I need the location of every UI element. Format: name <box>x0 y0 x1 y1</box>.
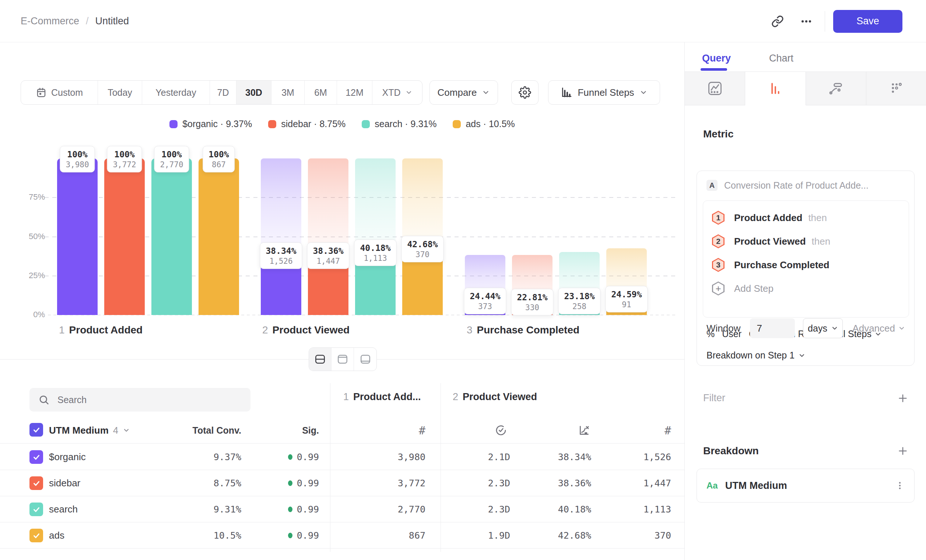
tooltip-count: 2,770 <box>160 160 183 170</box>
window-unit-dropdown[interactable]: days <box>803 318 843 338</box>
total-conv-header[interactable]: Total Conv. <box>177 417 241 443</box>
legend-item-sidebar[interactable]: sidebar · 8.75% <box>268 119 345 129</box>
bar-value-tooltip: 42.68%370 <box>401 236 443 262</box>
range-3m[interactable]: 3M <box>271 81 305 104</box>
range-xtd[interactable]: XTD <box>372 81 422 104</box>
table-search[interactable] <box>29 388 250 412</box>
bar-value-tooltip: 38.36%1,447 <box>307 242 349 269</box>
sig-value: 0.99 <box>258 522 319 549</box>
chevron-down-icon <box>898 325 905 332</box>
row-checkbox[interactable] <box>29 476 43 490</box>
range-label: 3M <box>281 87 294 98</box>
tooltip-count: 3,772 <box>113 160 136 170</box>
range-30d[interactable]: 30D <box>236 81 271 104</box>
range-7d[interactable]: 7D <box>210 81 236 104</box>
conversion-column-icon[interactable] <box>578 417 590 443</box>
tab-line-chart[interactable] <box>685 72 745 105</box>
row-checkbox[interactable] <box>29 450 43 464</box>
avg-time-column-icon[interactable] <box>495 417 507 443</box>
add-filter-button[interactable] <box>898 393 908 403</box>
range-12m[interactable]: 12M <box>337 81 372 104</box>
step-name: Purchase Completed <box>477 324 580 336</box>
significance-dot <box>288 533 292 538</box>
range-custom[interactable]: Custom <box>21 81 98 104</box>
step1-count-text: 2,770 <box>398 504 425 515</box>
view-toggle-table-only-view[interactable] <box>354 348 377 371</box>
window-value-input[interactable] <box>750 318 795 338</box>
range-yesterday[interactable]: Yesterday <box>142 81 210 104</box>
tab-chart[interactable]: Chart <box>769 53 793 64</box>
significance-dot <box>288 507 292 512</box>
step-then-label: then <box>808 212 827 224</box>
compare-button[interactable]: Compare <box>430 80 498 104</box>
more-menu-button[interactable] <box>796 11 817 32</box>
chart-settings-button[interactable] <box>511 80 539 104</box>
legend-item-organic[interactable]: $organic · 9.37% <box>169 119 252 129</box>
legend-item-ads[interactable]: ads · 10.5% <box>453 119 514 129</box>
funnel-bar-search-step1[interactable] <box>151 159 192 315</box>
tab-scatter-chart[interactable] <box>866 72 926 105</box>
advanced-dropdown[interactable]: Advanced <box>852 323 905 334</box>
tab-flow-chart[interactable] <box>806 72 866 105</box>
breadcrumb-current[interactable]: Untitled <box>95 15 129 27</box>
step2-count: 1,447 <box>611 470 671 496</box>
step-event-name: Purchase Completed <box>734 259 829 271</box>
chart-type-button[interactable]: Funnel Steps <box>548 80 660 104</box>
funnel-bar-organic-step1[interactable] <box>57 159 98 315</box>
legend-item-search[interactable]: search · 9.31% <box>362 119 436 129</box>
funnel-bar-ghost-organic-step2[interactable] <box>261 159 301 256</box>
funnel-bar-ghost-sidebar-step2[interactable] <box>308 159 348 256</box>
range-6m[interactable]: 6M <box>305 81 337 104</box>
tooltip-rate: 22.81% <box>517 292 547 303</box>
step1-count: 3,772 <box>352 470 425 496</box>
row-checkbox[interactable] <box>29 529 43 542</box>
share-link-button[interactable] <box>767 11 788 32</box>
step1-count: 3,980 <box>352 444 425 470</box>
funnel-bar-ghost-search-step2[interactable] <box>355 159 396 253</box>
count-column-icon[interactable]: # <box>407 417 425 443</box>
tooltip-rate: 100% <box>209 149 229 160</box>
select-all-checkbox[interactable] <box>29 423 43 437</box>
breakdown-on-step-dropdown[interactable]: Breakdown on Step 1 <box>707 350 806 361</box>
sig-header[interactable]: Sig. <box>258 417 319 443</box>
add-step-button[interactable]: +Add Step <box>712 277 909 300</box>
query-panel: Query Chart Metric A Conver <box>684 42 926 560</box>
breakdown-item-utm-medium[interactable]: Aa UTM Medium <box>696 469 915 502</box>
view-toggle-split-view[interactable] <box>309 348 331 371</box>
step2-conv-text: 40.18% <box>558 504 591 515</box>
group-by-header[interactable]: UTM Medium 4 <box>49 417 130 443</box>
tooltip-rate: 100% <box>113 149 136 160</box>
header-divider <box>825 11 825 32</box>
kebab-menu-icon[interactable] <box>895 481 905 490</box>
query-step-3[interactable]: 3Purchase Completed <box>712 253 909 277</box>
compare-label: Compare <box>437 87 477 98</box>
tooltip-count: 3,980 <box>65 160 89 170</box>
save-button[interactable]: Save <box>833 10 902 33</box>
tab-query[interactable]: Query <box>702 53 731 64</box>
funnel-bar-sidebar-step1[interactable] <box>104 159 145 315</box>
query-step-2[interactable]: 2Product Viewedthen <box>712 230 909 253</box>
tooltip-rate: 24.44% <box>470 291 500 302</box>
step2-avg-time: 1.9D <box>451 522 510 549</box>
query-step-1[interactable]: 1Product Addedthen <box>712 206 909 230</box>
step-number: 2 <box>262 324 268 336</box>
view-toggle-chart-only-view[interactable] <box>331 348 354 371</box>
row-checkbox[interactable] <box>29 502 43 516</box>
breakdown-heading: Breakdown <box>703 445 759 457</box>
tooltip-count: 91 <box>611 300 642 309</box>
filter-heading: Filter <box>703 392 725 404</box>
metric-label-row[interactable]: A Conversion Rate of Product Adde... <box>707 180 869 191</box>
tooltip-count: 1,526 <box>266 256 296 266</box>
tab-funnel-chart[interactable] <box>745 72 806 105</box>
table-header-row: UTM Medium 4 Total Conv. Sig. # # <box>0 417 684 443</box>
breadcrumb-parent[interactable]: E-Commerce <box>21 15 79 27</box>
chart-legend: $organic · 9.37%sidebar · 8.75%search · … <box>0 119 684 129</box>
chart-only-view-icon <box>337 353 348 365</box>
add-breakdown-button[interactable] <box>898 446 908 456</box>
count-column-icon[interactable]: # <box>653 417 671 443</box>
range-today[interactable]: Today <box>98 81 142 104</box>
step1-count: 2,770 <box>352 496 425 522</box>
significance-dot <box>288 480 292 486</box>
funnel-bar-ads-step1[interactable] <box>198 159 239 315</box>
search-input[interactable] <box>57 395 234 405</box>
